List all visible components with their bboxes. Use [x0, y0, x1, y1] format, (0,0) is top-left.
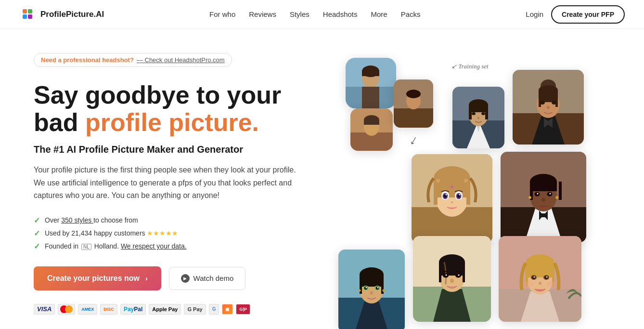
main-content: Need a professional headshot? — Check ou…	[0, 29, 644, 329]
svg-rect-80	[360, 275, 384, 287]
svg-rect-65	[530, 182, 557, 191]
ai-portrait-7	[499, 236, 581, 322]
svg-rect-37	[555, 90, 558, 107]
svg-rect-25	[469, 105, 472, 119]
svg-point-89	[370, 291, 373, 295]
payment-icons: VISA AMEX DISC PayPal Apple Pay G Pay G …	[34, 304, 303, 315]
svg-point-54	[446, 194, 447, 196]
promo-link[interactable]: — Check out HeadshotPro.com	[137, 56, 225, 64]
hero-title-colored: profile picture.	[85, 108, 259, 136]
svg-rect-97	[439, 262, 441, 282]
styles-link[interactable]: 350 styles	[61, 216, 93, 224]
nav-actions: Login Create your PFP	[526, 5, 625, 24]
logo[interactable]: ProfilePicture.AI	[19, 6, 104, 23]
svg-point-72	[541, 198, 545, 202]
nav-more[interactable]: More	[371, 10, 387, 18]
svg-rect-96	[439, 262, 465, 276]
star-rating: ★★★★★	[147, 229, 178, 237]
google-g-icon: G	[209, 304, 219, 315]
nav-reviews[interactable]: Reviews	[249, 10, 276, 18]
ai-portrait-1	[452, 87, 504, 148]
svg-point-91	[383, 290, 385, 292]
svg-point-87	[366, 287, 367, 289]
svg-point-39	[552, 101, 556, 105]
create-pictures-button[interactable]: Create your pictures now ›	[34, 266, 161, 290]
svg-rect-62	[541, 213, 545, 217]
svg-rect-15	[364, 120, 379, 125]
svg-point-101	[446, 275, 447, 276]
cta-buttons: Create your pictures now › ▶ Watch demo	[34, 266, 303, 290]
amex-icon: AMEX	[78, 304, 97, 315]
svg-rect-8	[362, 87, 379, 108]
nav-headshots[interactable]: Headshots	[323, 10, 358, 18]
ai-portrait-6	[413, 236, 491, 322]
ai-portrait-5	[338, 250, 405, 329]
navigation: ProfilePicture.AI For who Reviews Styles…	[0, 0, 644, 29]
logo-text: ProfilePicture.AI	[40, 10, 104, 19]
discover-icon: DISC	[100, 304, 117, 315]
demo-label: Watch demo	[193, 274, 234, 282]
svg-point-27	[472, 112, 476, 115]
ai-portrait-3	[412, 154, 492, 243]
login-button[interactable]: Login	[526, 10, 543, 18]
svg-point-56	[451, 201, 453, 203]
check-icon-3: ✓	[34, 242, 40, 251]
svg-rect-108	[526, 263, 554, 277]
svg-rect-67	[559, 182, 562, 200]
svg-point-38	[540, 101, 545, 105]
training-photo-2	[350, 108, 393, 151]
svg-rect-17	[394, 108, 433, 128]
promo-highlight: Need a professional headshot?	[41, 56, 134, 64]
hero-image-collage: ↙ Training set	[317, 48, 615, 308]
svg-point-0	[20, 6, 36, 23]
create-pfp-button[interactable]: Create your PFP	[551, 5, 625, 24]
hero-subtitle: The #1 AI Profile Picture Maker and Gene…	[34, 144, 303, 155]
nl-tag: NL	[81, 244, 91, 250]
feature-styles: ✓ Over 350 styles to choose from	[34, 216, 303, 225]
svg-rect-26	[485, 105, 488, 119]
svg-point-40	[547, 106, 550, 109]
arrow-icon: ↓	[407, 132, 421, 149]
logo-icon	[19, 6, 37, 23]
svg-point-103	[450, 279, 454, 283]
svg-rect-98	[463, 262, 465, 282]
svg-point-70	[537, 193, 539, 195]
ai-portrait-4	[501, 152, 586, 242]
privacy-link[interactable]: We respect your data.	[121, 242, 187, 250]
extra-payment-2: G|P	[236, 304, 250, 315]
nav-styles[interactable]: Styles	[290, 10, 309, 18]
svg-point-28	[481, 112, 485, 115]
paypal-icon: PayPal	[120, 304, 146, 315]
svg-rect-4	[28, 14, 32, 19]
training-photo-1	[346, 58, 396, 108]
svg-rect-2	[28, 9, 32, 13]
svg-rect-36	[539, 90, 541, 107]
nav-for-who[interactable]: For who	[209, 10, 235, 18]
svg-rect-10	[362, 71, 379, 76]
svg-point-71	[550, 193, 551, 195]
extra-payment-1: ▣	[222, 304, 233, 315]
svg-point-119	[547, 281, 556, 287]
svg-point-116	[546, 276, 548, 278]
play-icon: ▶	[181, 274, 190, 283]
applepay-icon: Apple Pay	[149, 304, 181, 315]
svg-point-118	[524, 281, 533, 287]
feature-customers: ✓ Used by 21,434 happy customers ★★★★★	[34, 229, 303, 238]
hero-title: Say goodbye to your bad profile picture.	[34, 81, 303, 136]
svg-point-57	[451, 185, 453, 188]
features-list: ✓ Over 350 styles to choose from ✓ Used …	[34, 216, 303, 251]
svg-point-59	[464, 179, 468, 183]
svg-point-117	[539, 282, 541, 285]
svg-point-115	[534, 276, 535, 278]
visa-icon: VISA	[34, 304, 55, 315]
cta-arrow: ›	[143, 275, 148, 282]
nav-packs[interactable]: Packs	[401, 10, 421, 18]
create-pictures-label: Create your pictures now	[47, 274, 140, 283]
svg-rect-35	[539, 90, 558, 102]
svg-point-55	[459, 194, 461, 196]
nav-links: For who Reviews Styles Headshots More Pa…	[209, 10, 421, 18]
watch-demo-button[interactable]: ▶ Watch demo	[169, 267, 246, 290]
svg-point-19	[406, 90, 421, 98]
feature-founded: ✓ Founded in NL Holland. We respect your…	[34, 242, 303, 251]
svg-point-29	[477, 117, 479, 119]
